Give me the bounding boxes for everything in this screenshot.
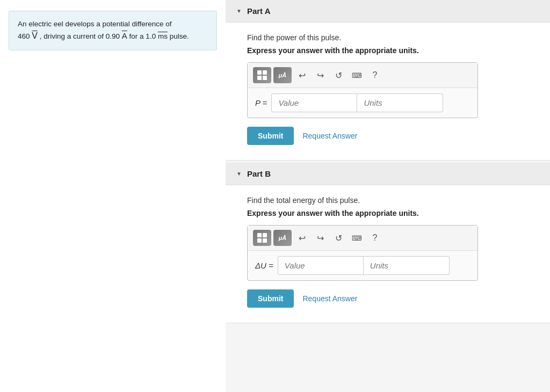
problem-statement: An electric eel develops a potential dif… (9, 11, 217, 50)
part-a-toolbar: μÅ ↩ ↪ ↺ ⌨ (248, 63, 477, 88)
unit-button-b[interactable]: μÅ (273, 230, 292, 246)
keyboard-button-b[interactable]: ⌨ (349, 230, 365, 245)
part-b-collapse-arrow[interactable]: ▼ (236, 171, 242, 177)
part-b-request-answer-link[interactable]: Request Answer (302, 294, 357, 303)
keyboard-button-a[interactable]: ⌨ (349, 68, 365, 83)
part-b-header: ▼ Part B (226, 163, 550, 185)
help-button-a[interactable]: ? (367, 68, 383, 83)
part-a-header: ▼ Part A (226, 0, 550, 23)
redo-button-a[interactable]: ↪ (312, 68, 328, 83)
part-a-units-input[interactable] (357, 93, 443, 112)
part-a-submit-button[interactable]: Submit (247, 127, 294, 145)
part-a-label: P = (255, 98, 267, 107)
part-a-request-answer-link[interactable]: Request Answer (302, 132, 357, 140)
part-b-toolbar: μÅ ↩ ↪ ↺ ⌨ ? (248, 226, 477, 251)
current-unit: A (122, 30, 127, 42)
part-a-instruction: Find the power of this pulse. (247, 33, 529, 42)
part-a-actions: Submit Request Answer (247, 127, 529, 145)
part-b-actions: Submit Request Answer (247, 289, 529, 308)
undo-button-b[interactable]: ↩ (294, 230, 310, 245)
matrix-button-b[interactable] (253, 230, 271, 246)
reset-button-a[interactable]: ↺ (330, 68, 346, 83)
help-button-b[interactable]: ? (367, 230, 383, 245)
voltage-value: 460 (18, 32, 30, 40)
part-a-collapse-arrow[interactable]: ▼ (236, 8, 242, 14)
problem-text: An electric eel develops a potential dif… (18, 20, 171, 28)
part-b-title: Part B (247, 169, 271, 178)
redo-button-b[interactable]: ↪ (312, 230, 328, 245)
part-b-input-row: ΔU = (248, 251, 477, 280)
part-a-value-input[interactable] (271, 93, 357, 112)
part-b-section: ▼ Part B Find the total energy of this p… (226, 163, 550, 323)
part-a-input-row: P = (248, 88, 477, 118)
part-a-title: Part A (247, 6, 271, 16)
part-b-value-input[interactable] (278, 256, 364, 275)
current-value: 0.90 (106, 32, 120, 40)
part-a-content: Find the power of this pulse. Express yo… (226, 23, 550, 160)
part-a-express: Express your answer with the appropriate… (247, 46, 529, 55)
unit-button-a[interactable]: μÅ (273, 67, 292, 83)
part-b-label: ΔU = (255, 261, 273, 270)
undo-button-a[interactable]: ↩ (294, 68, 310, 83)
left-panel: An electric eel develops a potential dif… (0, 0, 226, 392)
voltage-unit: V (32, 30, 38, 42)
part-b-units-input[interactable] (364, 256, 450, 275)
part-a-section: ▼ Part A Find the power of this pulse. E… (226, 0, 550, 161)
right-panel: ▼ Part A Find the power of this pulse. E… (226, 0, 550, 392)
part-b-answer-box: μÅ ↩ ↪ ↺ ⌨ ? (247, 225, 478, 281)
part-b-submit-button[interactable]: Submit (247, 289, 294, 308)
problem-tail: for a 1.0 ms pulse. (129, 32, 189, 40)
part-b-express: Express your answer with the appropriate… (247, 209, 529, 217)
matrix-button-a[interactable] (253, 67, 271, 83)
reset-button-b[interactable]: ↺ (330, 230, 346, 245)
part-a-answer-box: μÅ ↩ ↪ ↺ ⌨ (247, 62, 478, 118)
part-b-content: Find the total energy of this pulse. Exp… (226, 185, 550, 323)
part-b-instruction: Find the total energy of this pulse. (247, 196, 529, 205)
